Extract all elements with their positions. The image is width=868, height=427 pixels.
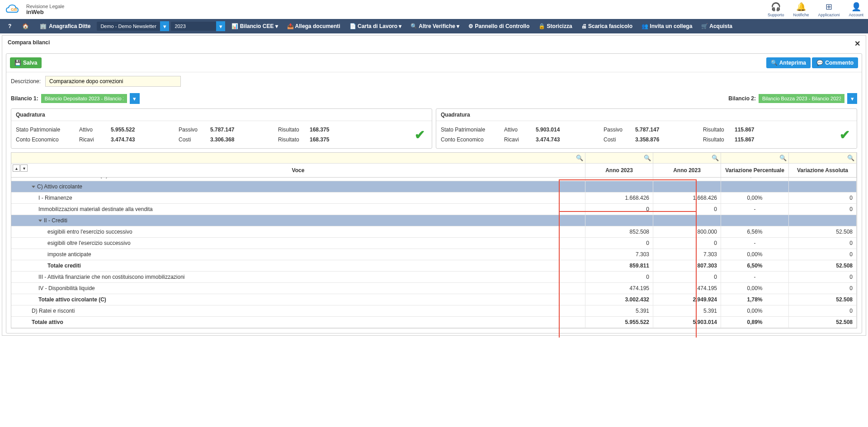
company-dropdown-icon[interactable]: ▾ (160, 21, 169, 31)
ce-label-r: Conto Economico (441, 136, 500, 143)
table-row[interactable]: imposte anticipate7.3037.3030,00%0 (11, 249, 857, 260)
user-icon[interactable]: 👤Account (849, 2, 863, 17)
expand-all-icon[interactable]: ▴ (13, 164, 20, 172)
save-label: Salva (23, 60, 37, 66)
search-col1[interactable]: 🔍 (585, 153, 653, 163)
nav-carta-di-lavoro[interactable]: 📄 Carta di Lavoro ▾ (345, 21, 406, 31)
row-label: esigibili entro l'esercizio successivo (11, 226, 585, 237)
nav-anagrafica[interactable]: 🏢 Anagrafica Ditte (35, 21, 95, 31)
preview-label: Anteprima (779, 60, 806, 66)
row-value: 2.949.924 (653, 294, 721, 305)
headphones-icon[interactable]: 🎧Supporto (768, 2, 784, 17)
nav-invita-un-collega[interactable]: 👥 Invita un collega (637, 21, 697, 31)
table-body: Totale immobilizzazioni (B)2.947.6992.94… (11, 178, 857, 328)
page-title-bar: Compara bilanci ✕ (2, 36, 866, 52)
search-col4[interactable]: 🔍 (789, 153, 857, 163)
bilancio2-select[interactable] (759, 94, 844, 103)
search-col3[interactable]: 🔍 (721, 153, 789, 163)
row-value: 0 (585, 272, 653, 282)
collapse-all-icon[interactable]: ▾ (20, 164, 28, 172)
nav-acquista[interactable]: 🛒 Acquista (697, 21, 737, 31)
row-value (789, 215, 857, 226)
attivo-label: Attivo (79, 127, 106, 133)
bilancio1-dropdown-icon[interactable]: ▾ (130, 93, 140, 104)
table-row[interactable]: I - Rimanenze1.668.4261.668.4260,00%0 (11, 192, 857, 204)
comparison-table: 🔍 🔍 🔍 🔍 🔍 ▴ ▾ Voce Anno 2023 Anno 2023 V… (11, 152, 857, 328)
nav-allega-documenti[interactable]: 📤 Allega documenti (283, 21, 345, 31)
bilancio2-group: Bilancio 2: ▾ (728, 93, 857, 104)
ricavi-label: Ricavi (79, 136, 106, 143)
table-row[interactable]: C) Attivo circolante (11, 181, 857, 192)
table-row[interactable]: III - Attività finanziarie che non costi… (11, 272, 857, 283)
nav-altre-verifiche[interactable]: 🔍 Altre Verifiche ▾ (406, 21, 464, 31)
ricavi-value-r: 3.474.743 (536, 136, 599, 143)
row-value (585, 181, 653, 192)
table-row[interactable]: II - Crediti (11, 215, 857, 226)
table-row[interactable]: Totale attivo circolante (C)3.002.4322.9… (11, 294, 857, 305)
bilancio1-select[interactable] (41, 94, 127, 103)
risultato2-value-r: 115.867 (735, 136, 762, 143)
close-icon[interactable]: ✕ (854, 39, 860, 48)
save-button[interactable]: 💾 Salva (10, 57, 42, 68)
description-input[interactable] (45, 76, 181, 87)
row-value: - (721, 272, 789, 282)
row-value: 3.002.432 (585, 294, 653, 305)
table-row[interactable]: Immobilizzazioni materiali destinate all… (11, 204, 857, 215)
row-value: 5.391 (585, 305, 653, 316)
row-value: 0 (789, 192, 857, 203)
row-value: 1.668.426 (585, 192, 653, 203)
header-var-abs[interactable]: Variazione Assoluta (789, 164, 857, 177)
table-row[interactable]: esigibili oltre l'esercizio successivo00… (11, 238, 857, 249)
row-label: Totale attivo (11, 317, 585, 328)
nav-pannello-di-controllo[interactable]: ⚙ Pannello di Controllo (464, 21, 534, 31)
table-row[interactable]: IV - Disponibilità liquide474.195474.195… (11, 283, 857, 294)
header-voce[interactable]: Voce (11, 164, 585, 177)
row-value: 0,00% (721, 192, 789, 203)
company-select[interactable] (97, 22, 160, 31)
row-value: 5.391 (653, 305, 721, 316)
preview-button[interactable]: 🔍 Anteprima (766, 57, 811, 68)
row-value: 52.508 (789, 260, 857, 271)
nav-bilancio-cee[interactable]: 📊 Bilancio CEE ▾ (227, 21, 282, 31)
row-value: 800.000 (653, 226, 721, 237)
risultato-label-r: Risultato (703, 127, 730, 133)
sp-label: Stato Patrimoniale (16, 127, 75, 133)
home-icon[interactable]: 🏠 (18, 21, 33, 31)
row-value: 0,00% (721, 283, 789, 294)
row-label: C) Attivo circolante (11, 181, 585, 192)
bilancio-row: Bilancio 1: ▾ Bilancio 2: ▾ (6, 90, 862, 108)
table-header: Voce Anno 2023 Anno 2023 Variazione Perc… (11, 163, 857, 178)
table-row[interactable]: D) Ratei e risconti5.3915.3910,00%0 (11, 305, 857, 317)
bilancio2-dropdown-icon[interactable]: ▾ (847, 93, 857, 104)
bell-icon[interactable]: 🔔Notifiche (793, 2, 809, 17)
table-row[interactable]: Totale immobilizzazioni (B)2.947.6992.94… (11, 178, 857, 181)
row-value: 0 (653, 272, 721, 282)
header-anno2[interactable]: Anno 2023 (653, 164, 721, 177)
expand-controls: ▴ ▾ (11, 163, 29, 173)
grid-icon[interactable]: ⊞Applicazioni (818, 2, 840, 17)
table-row[interactable]: Totale attivo5.955.5225.903.0140,89%52.5… (11, 317, 857, 328)
year-select[interactable] (171, 22, 216, 31)
search-voce[interactable]: 🔍 (11, 153, 585, 163)
row-value: 2.947.699 (585, 178, 653, 181)
nav-storicizza[interactable]: 🔒 Storicizza (534, 21, 576, 31)
row-label: Immobilizzazioni materiali destinate all… (11, 204, 585, 215)
header-var-pct[interactable]: Variazione Percentuale (721, 164, 789, 177)
table-row[interactable]: Totale crediti859.811807.3036,50%52.508 (11, 260, 857, 272)
passivo-value: 5.787.147 (210, 127, 274, 133)
page-title: Compara bilanci (8, 39, 50, 48)
search-icon: 🔍 (576, 155, 583, 161)
search-col2[interactable]: 🔍 (653, 153, 721, 163)
header-anno1[interactable]: Anno 2023 (585, 164, 653, 177)
chevron-down-icon[interactable] (38, 220, 42, 222)
table-row[interactable]: esigibili entro l'esercizio successivo85… (11, 226, 857, 238)
nav-scarica-fascicolo[interactable]: 🖨 Scarica fascicolo (577, 21, 637, 31)
chevron-down-icon[interactable] (32, 186, 35, 188)
row-value: 0 (789, 283, 857, 294)
year-dropdown-icon[interactable]: ▾ (216, 21, 225, 31)
row-value: 0,89% (721, 317, 789, 328)
help-icon[interactable]: ? (4, 21, 16, 31)
inner-panel: 💾 Salva 🔍 Anteprima 💬 Commento Descrizio… (6, 53, 862, 333)
row-value (721, 181, 789, 192)
comment-button[interactable]: 💬 Commento (812, 57, 858, 68)
